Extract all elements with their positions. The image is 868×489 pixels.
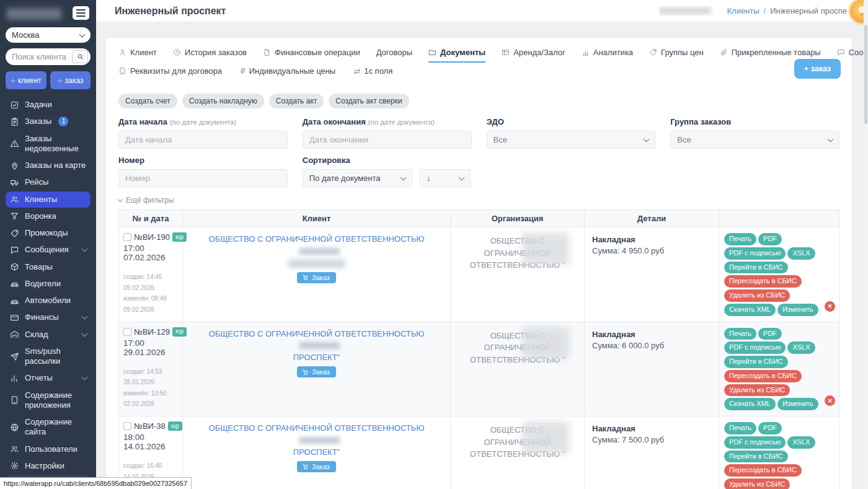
column-header: Детали	[585, 210, 719, 227]
client-name-line2[interactable]: ПРОСПЕКТ"	[293, 353, 340, 362]
action-изменить[interactable]: Изменить	[777, 398, 818, 410]
sidebar-item-cars[interactable]: Автомобили	[6, 293, 91, 309]
action-pdf[interactable]: PDF	[758, 233, 782, 245]
sidebar-item-users[interactable]: Пользователи	[6, 441, 91, 457]
action-pdf-с-подписью[interactable]: PDF с подписью	[724, 436, 786, 449]
sidebar-item-label: Товары	[25, 262, 53, 272]
sidebar-item-app-content[interactable]: Содержание приложения	[6, 387, 91, 414]
sidebar-item-orders-undelivered[interactable]: Заказы недовезенные	[6, 131, 91, 157]
sidebar-item-orders[interactable]: Заказы1	[6, 113, 91, 130]
action-xslx[interactable]: XSLX	[787, 436, 815, 449]
sidebar-item-label: Заказы	[25, 117, 51, 126]
sidebar-item-reports[interactable]: Отчеты	[6, 370, 91, 386]
add-client-button[interactable]: +клиент	[6, 71, 46, 89]
search-button[interactable]	[72, 50, 88, 63]
tab-file[interactable]: Финансовые операции	[263, 48, 360, 63]
action-пересоздать-в-сбис[interactable]: Пересоздать в СБИС	[724, 275, 802, 288]
create-button-0[interactable]: Создать счет	[118, 94, 177, 108]
client-search-input[interactable]	[12, 52, 69, 61]
sidebar-item-trips[interactable]: Рейсы	[6, 174, 91, 190]
action-pdf-с-подписью[interactable]: PDF с подписью	[724, 247, 786, 260]
sidebar-item-site-content[interactable]: Содержание сайта	[6, 414, 91, 441]
more-filters-toggle[interactable]: Ещё фильтры	[118, 196, 174, 205]
row-checkbox[interactable]	[123, 328, 131, 336]
edo-select[interactable]: Все	[487, 131, 656, 149]
app-content-icon	[9, 395, 19, 405]
sidebar-item-warehouse[interactable]: Склад	[6, 327, 91, 343]
chevron-down-icon	[82, 330, 88, 337]
tab-folder[interactable]: Документы	[428, 48, 485, 63]
tab-person[interactable]: Клиент	[118, 48, 157, 63]
action-перейти-в-сбис[interactable]: Перейти в СБИС	[724, 262, 788, 274]
tab-table[interactable]: Аренда/Залог	[502, 48, 565, 63]
city-select[interactable]: Москва	[6, 27, 91, 43]
action-перейти-в-сбис[interactable]: Перейти в СБИС	[724, 356, 788, 368]
action-pdf-с-подписью[interactable]: PDF с подписью	[724, 341, 786, 354]
sidebar-item-label: Клиенты	[25, 195, 57, 205]
sidebar-item-settings[interactable]: Настройки	[6, 458, 91, 474]
client-name-line2[interactable]: ПРОСПЕКТ"	[293, 447, 340, 457]
scrollbar-thumb[interactable]	[864, 25, 867, 124]
breadcrumb-link-clients[interactable]: Клиенты	[727, 6, 759, 15]
start-date-input[interactable]	[118, 131, 288, 149]
row-checkbox[interactable]	[123, 422, 131, 430]
action-скачать-xml[interactable]: Скачать XML	[724, 304, 776, 316]
add-order-button[interactable]: +заказ	[50, 71, 91, 89]
sort-field-select[interactable]: По дате документа	[303, 169, 412, 187]
action-перейти-в-сбис[interactable]: Перейти в СБИС	[724, 451, 788, 463]
card-add-order-button[interactable]: + заказ	[794, 59, 841, 79]
sidebar-item-funnel[interactable]: Воронка	[6, 208, 91, 224]
doc-sum: Сумма: 4 950.0 руб	[592, 246, 715, 255]
hamburger-menu-icon[interactable]	[73, 6, 89, 20]
sidebar-item-tasks[interactable]: Задачи	[6, 97, 91, 113]
delete-button[interactable]: ✕	[825, 301, 835, 312]
action-удалить-из-сбис[interactable]: Удалить из СБИС	[724, 384, 790, 397]
sidebar-item-sms-push[interactable]: Sms/push рассылки	[6, 343, 91, 370]
action-печать[interactable]: Печать	[724, 422, 756, 434]
sidebar-item-messages[interactable]: Сообщения	[6, 242, 91, 258]
sidebar-item-finance[interactable]: Финансы	[6, 309, 91, 325]
tab-t3[interactable]: Договоры	[376, 48, 412, 63]
action-xslx[interactable]: XSLX	[787, 247, 815, 260]
sort-direction-select[interactable]: ↓	[420, 169, 471, 187]
table-row: №ВИ-190 юр 17:00 07.02.2026 создан: 14:4…	[119, 227, 839, 322]
tab-x₽[interactable]: ₽Индивидуальные цены	[241, 66, 335, 81]
sidebar-item-goods[interactable]: Товары	[6, 259, 91, 275]
action-пересоздать-в-сбис[interactable]: Пересоздать в СБИС	[724, 370, 802, 382]
action-pdf[interactable]: PDF	[758, 328, 782, 340]
number-input[interactable]	[118, 169, 288, 187]
sidebar-item-drivers[interactable]: Водители	[6, 276, 91, 292]
tab-clock[interactable]: История заказов	[173, 48, 247, 63]
action-pdf[interactable]: PDF	[758, 422, 782, 434]
tab-app[interactable]: Реквизиты для договора	[118, 66, 222, 81]
order-group-select[interactable]: Все	[670, 131, 839, 149]
order-button[interactable]: Заказ	[297, 272, 336, 283]
create-button-1[interactable]: Создать накладную	[182, 94, 264, 108]
create-button-2[interactable]: Создать акт	[269, 94, 324, 108]
client-link[interactable]: ОБЩЕСТВО С ОГРАНИЧЕННОЙ ОТВЕТСТВЕННОСТЬЮ	[188, 328, 445, 352]
sidebar-item-promocodes[interactable]: Промокоды	[6, 225, 91, 241]
action-пересоздать-в-сбис[interactable]: Пересоздать в СБИС	[724, 464, 802, 477]
order-button[interactable]: Заказ	[297, 366, 336, 377]
tab-tag[interactable]: Группы цен	[649, 48, 704, 63]
action-xslx[interactable]: XSLX	[787, 341, 815, 354]
tab-x⇄[interactable]: ⇄1с поля	[354, 66, 392, 81]
sidebar-item-orders-map[interactable]: Заказы на карте	[6, 157, 91, 174]
sidebar-item-clients[interactable]: Клиенты	[6, 192, 91, 208]
action-печать[interactable]: Печать	[724, 233, 756, 245]
cell-actions: ПечатьPDFPDF с подписьюXSLXПерейти в СБИ…	[719, 416, 839, 489]
client-link[interactable]: ОБЩЕСТВО С ОГРАНИЧЕННОЙ ОТВЕТСТВЕННОСТЬЮ	[188, 423, 445, 446]
create-button-3[interactable]: Создать акт сверки	[329, 94, 409, 108]
action-удалить-из-сбис[interactable]: Удалить из СБИС	[724, 478, 790, 489]
order-button[interactable]: Заказ	[297, 461, 336, 472]
action-скачать-xml[interactable]: Скачать XML	[724, 398, 776, 410]
action-удалить-из-сбис[interactable]: Удалить из СБИС	[724, 289, 790, 302]
action-изменить[interactable]: Изменить	[777, 304, 818, 316]
row-checkbox[interactable]	[123, 233, 131, 241]
client-link[interactable]: ОБЩЕСТВО С ОГРАНИЧЕННОЙ ОТВЕТСТВЕННОСТЬЮ	[188, 234, 445, 257]
tab-chart[interactable]: Аналитика	[582, 48, 633, 63]
end-date-input[interactable]	[303, 131, 472, 149]
delete-button[interactable]: ✕	[825, 395, 835, 406]
cell-organization: ОБЩЕСТВО С ОГРАНИЧЕННОЙ ОТВЕТСТВЕННОСТЬЮ…	[451, 322, 585, 416]
action-печать[interactable]: Печать	[724, 328, 756, 340]
